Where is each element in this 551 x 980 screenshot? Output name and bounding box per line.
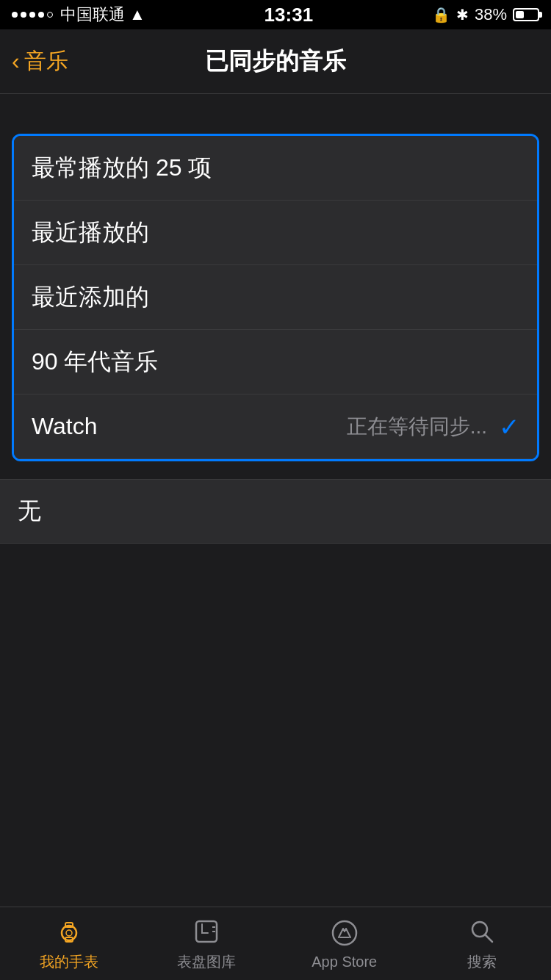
list-item[interactable]: 90 年代音乐	[14, 330, 537, 394]
sync-status: 正在等待同步...	[347, 413, 487, 441]
list-item[interactable]: 最近播放的	[14, 201, 537, 265]
my-watch-label: 我的手表	[40, 952, 98, 972]
app-store-label: App Store	[311, 954, 377, 970]
list-item[interactable]: 最常播放的 25 项	[14, 136, 537, 201]
item-label-3: 90 年代音乐	[32, 346, 158, 378]
battery-percent: 38%	[475, 5, 507, 24]
battery-fill	[516, 11, 524, 18]
tab-bar: 我的手表 表盘图库 App Store	[0, 907, 551, 980]
item-label-0: 最常播放的 25 项	[32, 152, 212, 184]
lock-icon: 🔒	[432, 6, 450, 24]
watch-faces-label: 表盘图库	[177, 952, 236, 972]
checkmark-icon: ✓	[499, 412, 519, 442]
svg-point-7	[333, 921, 356, 945]
signal-dots	[12, 12, 53, 18]
status-right: 🔒 ✱ 38%	[432, 5, 539, 24]
carrier-label: 中国联通	[60, 4, 125, 26]
selected-playlist-section: 最常播放的 25 项 最近播放的 最近添加的 90 年代音乐 Watch 正在等…	[12, 134, 539, 461]
back-chevron-icon: ‹	[12, 48, 20, 75]
main-content: 最常播放的 25 项 最近播放的 最近添加的 90 年代音乐 Watch 正在等…	[0, 94, 551, 566]
item-label-4: Watch	[32, 413, 98, 440]
dot4	[38, 12, 44, 18]
search-label: 搜索	[467, 952, 497, 972]
tab-search[interactable]: 搜索	[414, 915, 552, 972]
item-right-watch: 正在等待同步... ✓	[347, 412, 519, 442]
battery-bar	[513, 8, 539, 21]
dot3	[29, 12, 35, 18]
back-button[interactable]: ‹ 音乐	[12, 46, 68, 76]
status-left: 中国联通 ▲	[12, 4, 145, 26]
tab-app-store[interactable]: App Store	[276, 917, 414, 970]
search-icon	[466, 915, 498, 948]
status-bar: 中国联通 ▲ 13:31 🔒 ✱ 38%	[0, 0, 551, 29]
list-item-watch[interactable]: Watch 正在等待同步... ✓	[14, 394, 537, 459]
my-watch-icon	[53, 915, 85, 948]
item-label-1: 最近播放的	[32, 217, 149, 249]
none-item[interactable]: 无	[0, 479, 551, 544]
wifi-icon: ▲	[129, 5, 145, 24]
watch-faces-icon	[190, 915, 223, 948]
none-label: 无	[18, 495, 41, 527]
svg-line-10	[485, 934, 492, 942]
item-label-2: 最近添加的	[32, 281, 149, 314]
svg-point-3	[66, 930, 72, 936]
back-label: 音乐	[24, 46, 68, 76]
status-time: 13:31	[264, 4, 314, 26]
tab-my-watch[interactable]: 我的手表	[0, 915, 138, 972]
page-title: 已同步的音乐	[205, 46, 346, 78]
bluetooth-icon: ✱	[456, 6, 469, 24]
dot5	[47, 12, 53, 18]
list-item[interactable]: 最近添加的	[14, 265, 537, 330]
tab-watch-faces[interactable]: 表盘图库	[138, 915, 276, 972]
app-store-icon	[328, 917, 361, 949]
nav-bar: ‹ 音乐 已同步的音乐	[0, 29, 551, 94]
dot2	[21, 12, 26, 18]
dot1	[12, 12, 18, 18]
none-section: 无	[0, 479, 551, 544]
